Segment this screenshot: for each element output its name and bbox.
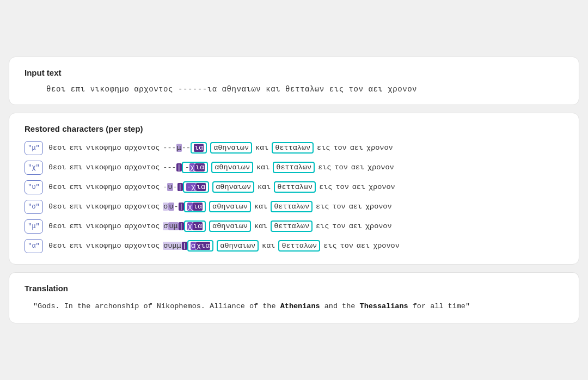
translation-text: "Gods. In the archonship of Nikophemos. … [24,301,564,312]
hl-box: αθηναιων [210,142,252,154]
hl-box: αθηναιων [217,240,259,252]
word: και [254,203,267,211]
restored-rows-container: "μ" θεοι επι νικοφημο αρχοντος ---μ--ια … [24,141,564,253]
word: χρονον [365,222,392,230]
word: και [256,163,270,171]
char-badge: "υ" [24,180,43,194]
word: θεοι [48,203,66,211]
hl-box: θετταλων [272,142,314,154]
word: επι [69,222,82,230]
table-row: "σ" θεοι επι νικοφημο αρχοντος συ-|χια α… [24,200,564,214]
word: τον [334,163,347,171]
row-text: θεοι επι νικοφημο αρχοντος ---|-χια αθην… [48,162,394,173]
word: συμμ|αχια [163,242,213,250]
hl-box: -χια [183,181,209,193]
hl-box: χια [184,201,206,212]
hl-box: αθηναιων [211,162,253,173]
word: αει [351,163,364,171]
restored-chars-title: Restored characters (per step) [24,124,564,133]
word: νικοφημο [86,222,121,230]
row-text: θεοι επι νικοφημο αρχοντος -υ-|-χια αθην… [48,181,395,193]
word: επι [69,242,82,250]
word: συ-|χια [163,203,206,211]
word: θεοι [48,242,66,250]
hl-box: αθηναιων [209,220,251,232]
hl-box: αθηναιων [212,181,254,193]
table-row: "μ" θεοι επι νικοφημο αρχοντος συμ|χια α… [24,219,564,234]
word: αει [349,222,362,230]
word: νικοφημο [86,242,121,250]
word: θεοι [48,163,66,171]
word: επι [69,163,82,171]
char-badge: "μ" [24,219,43,234]
translation-card: Translation "Gods. In the archonship of … [9,272,579,324]
char-badge: "α" [24,239,43,253]
word: τον [340,242,353,250]
word: ---|-χια [163,163,208,171]
hl-box: χια [184,220,206,232]
word: αει [350,144,363,152]
table-row: "υ" θεοι επι νικοφημο αρχοντος -υ-|-χια … [24,180,564,194]
word: αρχοντος [125,163,160,171]
word: επι [69,183,82,191]
word: αει [357,242,370,250]
hl-box: θετταλων [271,220,313,232]
word: εις [317,144,330,152]
word: και [255,144,268,152]
word: θεοι [48,222,66,230]
word: νικοφημο [86,163,121,171]
word: τον [333,144,346,152]
char-badge: "μ" [24,141,43,155]
word: χρονον [365,203,392,211]
row-text: θεοι επι νικοφημο αρχοντος συμμ|αχια αθη… [48,240,400,252]
word: νικοφημο [86,203,121,211]
word: αει [352,183,365,191]
word: αρχοντος [125,144,160,152]
table-row: "α" θεοι επι νικοφημο αρχοντος συμμ|αχια… [24,239,564,253]
input-text-content: θεοι επι νικοφημο αρχοντος ------ια αθην… [24,85,564,94]
row-text: θεοι επι νικοφημο αρχοντος ---μ--ια αθην… [48,142,393,154]
bold-athenians: Athenians [280,302,320,310]
word: νικοφημο [86,144,121,152]
word: αει [349,203,362,211]
word: επι [69,203,82,211]
word: νικοφημο [86,183,121,191]
word: εις [319,183,332,191]
word: χρονον [367,163,394,171]
word: εις [318,163,331,171]
table-row: "μ" θεοι επι νικοφημο αρχοντος ---μ--ια … [24,141,564,155]
word: εις [316,222,329,230]
input-text-title: Input text [24,68,564,77]
word: αρχοντος [125,242,160,250]
hl-box: αθηναιων [209,201,251,212]
char-badge: "χ" [24,161,43,175]
word: -υ-|-χια [163,183,209,191]
hl-box: ια [191,142,207,154]
word: εις [323,242,336,250]
word: θεοι [48,144,66,152]
word: χρονον [366,144,393,152]
word: θεοι [48,183,66,191]
hl-box: θετταλων [274,181,316,193]
hl-box: αχια [187,240,213,252]
word: και [258,183,271,191]
word: αρχοντος [125,203,160,211]
table-row: "χ" θεοι επι νικοφημο αρχοντος ---|-χια … [24,161,564,175]
word: επι [69,144,82,152]
hl-box: -χια [182,162,208,173]
translation-title: Translation [24,284,564,293]
word: χρονον [369,183,395,191]
restored-chars-card: Restored characters (per step) "μ" θεοι … [9,113,579,265]
word: τον [332,222,345,230]
word: και [262,242,275,250]
char-badge: "σ" [24,200,43,214]
hl-box: θετταλων [278,240,320,252]
row-text: θεοι επι νικοφημο αρχοντος συμ|χια αθηνα… [48,220,392,232]
word: χρονον [373,242,400,250]
word: αρχοντος [125,183,160,191]
input-text-card: Input text θεοι επι νικοφημο αρχοντος --… [9,57,579,105]
word: τον [332,203,345,211]
word: συμ|χια [163,222,206,230]
hl-box: θετταλων [273,162,315,173]
bold-thessalians: Thessalians [360,302,408,310]
